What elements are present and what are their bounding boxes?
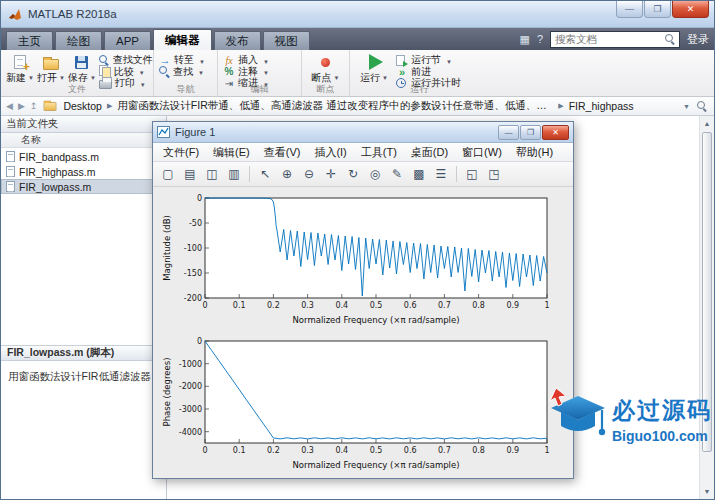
legend-icon[interactable]: ☰ — [431, 164, 451, 184]
comment-icon: % — [223, 66, 235, 77]
print-figure-icon[interactable]: ▥ — [224, 164, 244, 184]
svg-text:-50: -50 — [189, 219, 202, 228]
breadcrumb-segment-folder[interactable]: 用窗函数法设计FIR带通、低通、高通滤波器 通过改变程序中的参数设计任意带通、低… — [117, 99, 553, 113]
svg-text:-200: -200 — [184, 294, 202, 303]
file-row-bandpass[interactable]: FIR_bandpass.m — [1, 149, 166, 164]
folder-icon — [44, 102, 57, 111]
folder-search-icon[interactable] — [697, 101, 707, 111]
tab-publish[interactable]: 发布 — [214, 31, 261, 50]
open-button[interactable]: 打开 — [37, 52, 65, 85]
svg-text:0.3: 0.3 — [301, 301, 314, 310]
figure-minimize-button[interactable]: — — [498, 125, 519, 140]
current-folder-panel: 当前文件夹 ◉ 名称 FIR_bandpass.m FIR_highpass.m… — [1, 116, 167, 499]
svg-text:0: 0 — [202, 301, 207, 310]
watermark-en-text: Biguo100.com — [612, 428, 708, 444]
breakpoint-icon — [321, 58, 330, 67]
file-list: FIR_bandpass.m FIR_highpass.m FIR_lowpas… — [1, 148, 166, 345]
menu-view[interactable]: 查看(V) — [257, 145, 308, 160]
doc-search-input[interactable] — [555, 33, 665, 45]
menu-desktop[interactable]: 桌面(D) — [404, 145, 455, 160]
figure-maximize-button[interactable]: ❐ — [520, 125, 541, 140]
svg-text:0: 0 — [197, 194, 202, 203]
apps-grid-icon[interactable]: ▦ — [519, 33, 529, 46]
svg-text:0.5: 0.5 — [370, 301, 383, 310]
svg-text:0.2: 0.2 — [267, 301, 280, 310]
brush-icon[interactable]: ✎ — [387, 164, 407, 184]
new-script-icon — [14, 55, 26, 69]
chevron-down-icon — [261, 66, 269, 77]
title-bar[interactable]: MATLAB R2018a — ❐ ✕ — [1, 1, 714, 28]
find-label: 查找 — [173, 65, 193, 79]
maximize-button[interactable]: ❐ — [644, 1, 671, 18]
breadcrumb-segment-desktop[interactable]: Desktop — [63, 100, 102, 112]
login-button[interactable]: 登录 — [687, 32, 709, 47]
magnitude-plot: 00.10.20.30.40.50.60.70.80.910-50-100-15… — [159, 190, 563, 328]
breakpoints-button[interactable]: 断点 — [307, 52, 344, 85]
colorbar-icon[interactable]: ▩ — [409, 164, 429, 184]
tabrow-right: ▦ ? 登录 — [519, 28, 714, 50]
menu-edit[interactable]: 编辑(E) — [206, 145, 257, 160]
tab-editor[interactable]: 编辑器 — [153, 29, 212, 50]
breadcrumb-segment-current[interactable]: FIR_highpass — [569, 100, 634, 112]
phase-plot: 00.10.20.30.40.50.60.70.80.910-1000-2000… — [159, 333, 563, 473]
svg-text:0.4: 0.4 — [335, 446, 348, 455]
run-label: 运行 — [360, 72, 380, 83]
edit-plot-icon[interactable]: ↖ — [255, 164, 275, 184]
file-detail-header[interactable]: FIR_lowpass.m (脚本) — [1, 345, 166, 361]
search-icon[interactable] — [665, 34, 675, 44]
current-folder-header[interactable]: 当前文件夹 ◉ — [1, 116, 166, 133]
minimize-button[interactable]: — — [616, 1, 643, 18]
file-row-highpass[interactable]: FIR_highpass.m — [1, 164, 166, 179]
find-files-icon — [99, 55, 110, 66]
address-bar: ◀ ▶ ↥ Desktop ▶ 用窗函数法设计FIR带通、低通、高通滤波器 通过… — [1, 97, 714, 116]
tab-apps[interactable]: APP — [104, 31, 151, 50]
figure-canvas: 00.10.20.30.40.50.60.70.80.910-50-100-15… — [153, 187, 573, 478]
open-file-icon[interactable]: ▤ — [180, 164, 200, 184]
breadcrumb-dropdown-icon[interactable]: ▼ — [683, 103, 690, 110]
svg-text:-100: -100 — [184, 244, 202, 253]
rotate-3d-icon[interactable]: ↻ — [343, 164, 363, 184]
menu-insert[interactable]: 插入(I) — [307, 145, 353, 160]
file-row-lowpass[interactable]: FIR_lowpass.m — [1, 179, 166, 194]
menu-file[interactable]: 文件(F) — [156, 145, 206, 160]
help-icon[interactable]: ? — [537, 33, 543, 45]
window-controls: — ❐ ✕ — [615, 1, 709, 18]
svg-text:Normalized Frequency (×π rad/: Normalized Frequency (×π rad/sample) — [293, 460, 460, 470]
dock-figure-icon[interactable]: ◱ — [462, 164, 482, 184]
group-label-run: 运行 — [350, 83, 489, 96]
new-figure-icon[interactable]: ▢ — [158, 164, 178, 184]
menu-help[interactable]: 帮助(H) — [509, 145, 560, 160]
chevron-down-icon — [196, 66, 204, 77]
forward-icon[interactable]: ▶ — [18, 101, 25, 111]
menu-window[interactable]: 窗口(W) — [455, 145, 509, 160]
chevron-down-icon — [261, 55, 269, 66]
back-icon[interactable]: ◀ — [6, 101, 13, 111]
tab-plots[interactable]: 绘图 — [55, 31, 102, 50]
svg-text:0.6: 0.6 — [404, 446, 417, 455]
breakpoints-label: 断点 — [312, 72, 332, 83]
save-figure-icon[interactable]: ◫ — [202, 164, 222, 184]
scroll-up-icon[interactable] — [700, 116, 714, 131]
new-script-button[interactable]: 新建 — [6, 52, 34, 85]
matlab-window: MATLAB R2018a — ❐ ✕ 主页 绘图 APP 编辑器 发布 视图 … — [0, 0, 715, 500]
find-button[interactable]: 查找 — [159, 67, 205, 78]
pan-icon[interactable]: ✛ — [321, 164, 341, 184]
run-button[interactable]: 运行 — [355, 52, 393, 85]
plot-tools-icon[interactable]: ◳ — [484, 164, 504, 184]
save-button[interactable]: 保存 — [68, 52, 96, 85]
run-section-icon — [396, 55, 405, 66]
find-icon — [159, 66, 170, 77]
svg-text:0.6: 0.6 — [404, 301, 417, 310]
data-cursor-icon[interactable]: ◎ — [365, 164, 385, 184]
figure-title-bar[interactable]: Figure 1 — ❐ ✕ — [153, 122, 573, 143]
close-button[interactable]: ✕ — [672, 1, 709, 18]
zoom-in-icon[interactable]: ⊕ — [277, 164, 297, 184]
name-column-header[interactable]: 名称 — [1, 133, 166, 148]
tab-home[interactable]: 主页 — [6, 31, 53, 50]
menu-tools[interactable]: 工具(T) — [354, 145, 404, 160]
up-folder-icon[interactable]: ↥ — [30, 101, 38, 111]
figure-window: Figure 1 — ❐ ✕ 文件(F) 编辑(E) 查看(V) 插入(I) 工… — [152, 121, 574, 479]
zoom-out-icon[interactable]: ⊖ — [299, 164, 319, 184]
tab-view[interactable]: 视图 — [263, 31, 310, 50]
figure-close-button[interactable]: ✕ — [542, 125, 569, 140]
